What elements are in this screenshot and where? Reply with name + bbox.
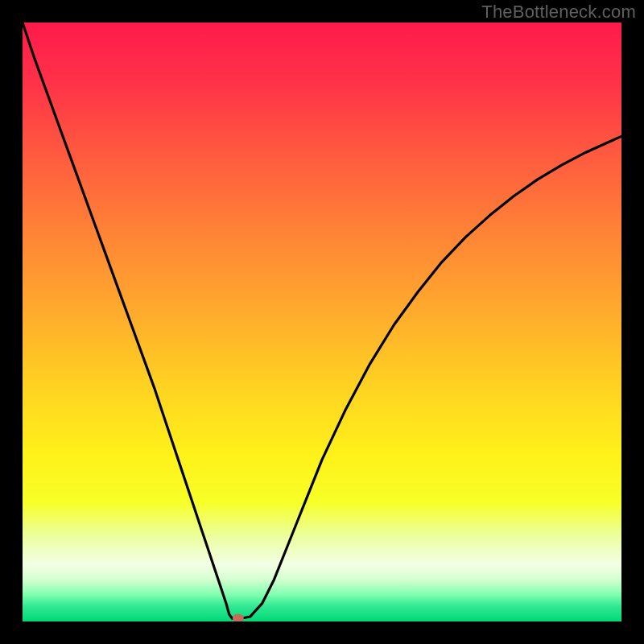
plot-area [23, 23, 621, 621]
gradient-background [23, 23, 621, 621]
chart-svg [23, 23, 621, 621]
chart-frame: TheBottleneck.com [0, 0, 644, 644]
watermark-text: TheBottleneck.com [481, 2, 636, 23]
